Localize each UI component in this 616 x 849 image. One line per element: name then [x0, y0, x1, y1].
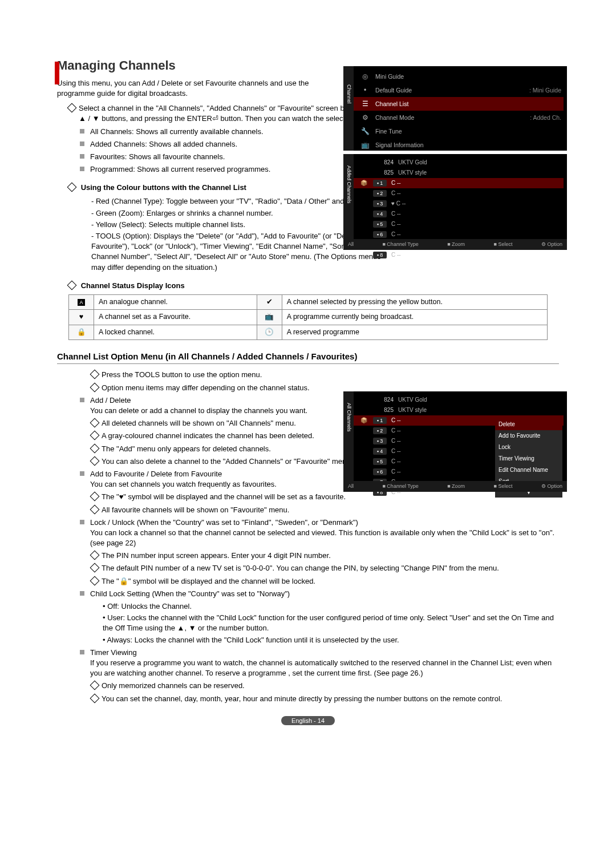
menu-icon: ◎ [360, 72, 370, 81]
lock-notes: The PIN number input screen appears. Ent… [57, 551, 559, 587]
option-item: Lock [495, 442, 562, 453]
note-item: Press the TOOLS button to use the option… [91, 370, 559, 380]
broadcast-icon: 📺 [257, 310, 282, 325]
square-bullet-icon [80, 591, 84, 596]
menu-icon: • [360, 86, 370, 95]
timer-notes: Only memorized channels can be reserved.… [57, 681, 559, 704]
cell: A locked channel. [94, 325, 257, 340]
tv-menu-item: ◎Mini Guide [347, 70, 564, 83]
note-icon [91, 694, 102, 704]
menu-icon: ⚙ [360, 113, 370, 122]
footer-hint: ⚙ Option [541, 483, 562, 490]
note-item: All favourite channels will be shown on … [91, 505, 559, 515]
footer-hint: ■ Zoom [447, 241, 465, 248]
childlock-item: • Always: Locks the channel with the "Ch… [103, 635, 559, 645]
checkmark-icon: ✔ [257, 294, 282, 310]
note-icon [91, 681, 102, 691]
childlock-items: • Off: Unlocks the Channel.• User: Locks… [57, 601, 559, 645]
channel-row: ▪ 3♥ C -- [347, 199, 564, 209]
red-sidebar-mark [55, 62, 59, 84]
footer-hint: ■ Channel Type [382, 241, 418, 248]
square-bullet-icon [80, 154, 84, 159]
channel-row: 825UKTV style [347, 168, 564, 178]
cell: A channel selected by pressing the yello… [282, 294, 547, 310]
note-icon [91, 576, 102, 587]
square-bullet-icon [80, 650, 84, 654]
channel-row: ▪ 4C -- [347, 209, 564, 219]
note-icon [91, 456, 102, 467]
note-icon [68, 103, 79, 114]
childlock-item: • User: Locks the channel with the "Chil… [103, 613, 559, 633]
cell: A channel set as a Favourite. [94, 310, 257, 325]
channel-row: 📦▪ 1C -- [347, 178, 564, 188]
footer-hint: ■ Channel Type [382, 483, 418, 490]
section2-title: Channel List Option Menu (in All Channel… [57, 350, 559, 364]
channel-row: ▪ 6C -- [347, 229, 564, 240]
menu-icon: 🔧 [360, 127, 370, 136]
footer-hint: ■ Select [494, 241, 513, 248]
figure-channel-menu: Channel ◎Mini Guide•Default Guide: Mini … [343, 66, 567, 250]
row-icon: 📦 [360, 179, 368, 187]
square-bullet-icon [80, 520, 84, 524]
square-bullet-icon [80, 142, 84, 146]
status-heading: Channel Status Display Icons [68, 281, 559, 291]
note-icon [91, 563, 102, 573]
channel-row: ▪ 5C -- [347, 219, 564, 229]
analogue-badge-icon: A [69, 294, 94, 310]
manual-page: Managing Channels Using this menu, you c… [0, 0, 616, 749]
channel-row: 824UKTV Gold [347, 395, 564, 405]
note-icon [91, 492, 102, 502]
footer-hint: All [348, 241, 354, 248]
note-icon [91, 551, 102, 561]
heart-icon: ♥ [69, 310, 94, 325]
square-bullet-icon [80, 471, 84, 476]
note-icon [67, 280, 77, 290]
square-bullet-icon [80, 167, 84, 171]
page-number: English - 14 [57, 715, 559, 726]
note-item: You can set the channel, day, month, yea… [91, 694, 559, 704]
note-item: The default PIN number of a new TV set i… [91, 563, 559, 573]
clock-icon: 🕒 [257, 325, 282, 340]
note-item: The PIN number input screen appears. Ent… [91, 551, 559, 561]
note-icon [91, 383, 102, 393]
footer-hint: ■ Select [494, 483, 513, 490]
square-bullet-icon [80, 129, 84, 134]
channel-row: 825UKTV style [347, 405, 564, 415]
note-icon [67, 183, 77, 192]
option-item: Add to Favourite [495, 430, 562, 442]
cell: An analogue channel. [94, 294, 257, 310]
tv-menu-item: ⚙Channel Mode: Added Ch. [347, 111, 564, 124]
footer-hint: ⚙ Option [541, 241, 562, 248]
lock-heading: Lock / Unlock (When the "Country" was se… [80, 518, 559, 549]
footer-hint: All [348, 483, 354, 490]
footer-hint: ■ Zoom [447, 483, 465, 490]
note-icon [91, 418, 102, 428]
status-table: A An analogue channel. ✔ A channel selec… [68, 294, 548, 341]
option-item: Edit Channel Name [495, 464, 562, 476]
option-item: Delete [495, 419, 562, 430]
menu-icon: ☰ [360, 99, 370, 108]
tv-menu-item: 📺Signal Information [347, 138, 564, 152]
childlock-heading: Child Lock Setting (When the "Country" w… [80, 589, 559, 599]
channel-row: 824UKTV Gold [347, 157, 564, 168]
menu-icon: 📺 [360, 140, 370, 149]
figure-option-popup: All Channels 824UKTV Gold825UKTV style 📦… [343, 388, 567, 492]
cell: A programme currently being broadcast. [282, 310, 547, 325]
note-item: Only memorized channels can be reserved. [91, 681, 559, 691]
note-icon [91, 431, 102, 441]
note-icon [91, 444, 102, 454]
channel-row: ▪ 2C -- [347, 188, 564, 199]
cell: A reserved programme [282, 325, 547, 340]
tv-menu-item: 🔧Fine Tune [347, 124, 564, 138]
note-icon [91, 370, 102, 380]
intro-text: Using this menu, you can Add / Delete or… [57, 78, 331, 99]
note-icon [91, 505, 102, 515]
note-item: The "🔒" symbol will be displayed and the… [91, 576, 559, 587]
square-bullet-icon [80, 398, 84, 402]
row-icon: 📦 [360, 417, 368, 424]
option-item: Timer Viewing [495, 453, 562, 464]
tv-menu-item: •Default Guide: Mini Guide [347, 83, 564, 97]
lock-icon: 🔒 [69, 325, 94, 340]
childlock-item: • Off: Unlocks the Channel. [103, 601, 559, 612]
tv-menu-item: ☰Channel List [347, 97, 564, 111]
